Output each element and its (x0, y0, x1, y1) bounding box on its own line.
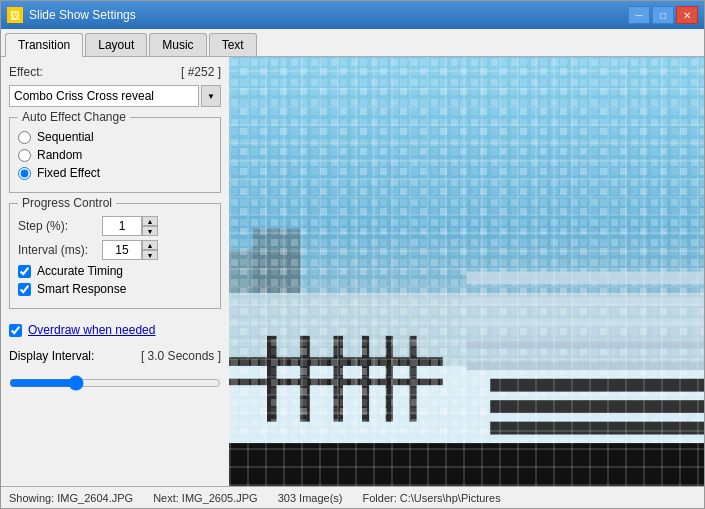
overdraw-label[interactable]: Overdraw when needed (28, 323, 155, 337)
effect-dropdown[interactable]: Combo Criss Cross reveal (9, 85, 199, 107)
random-label: Random (37, 148, 82, 162)
tabs-row: Transition Layout Music Text (1, 29, 704, 57)
preview-panel (229, 57, 704, 486)
preview-criss-cross-overlay (229, 57, 704, 486)
radio-sequential[interactable] (18, 131, 31, 144)
fixed-effect-label: Fixed Effect (37, 166, 100, 180)
display-interval-label: Display Interval: (9, 349, 94, 363)
overdraw-checkbox[interactable] (9, 324, 22, 337)
effect-dropdown-row: Combo Criss Cross reveal ▼ (9, 85, 221, 107)
left-panel: Effect: [ #252 ] Combo Criss Cross revea… (1, 57, 229, 486)
tab-transition[interactable]: Transition (5, 33, 83, 57)
overdraw-row: Overdraw when needed (9, 323, 221, 337)
display-interval-slider[interactable] (9, 375, 221, 391)
display-interval-value: [ 3.0 Seconds ] (141, 349, 221, 363)
maximize-button[interactable]: □ (652, 6, 674, 24)
dropdown-arrow-icon[interactable]: ▼ (201, 85, 221, 107)
step-down-button[interactable]: ▼ (142, 226, 158, 236)
minimize-button[interactable]: ─ (628, 6, 650, 24)
auto-effect-group: Auto Effect Change Sequential Random Fix… (9, 117, 221, 193)
close-button[interactable]: ✕ (676, 6, 698, 24)
interval-spinner-buttons: ▲ ▼ (142, 240, 158, 260)
step-input[interactable]: 1 (102, 216, 142, 236)
display-interval-row: Display Interval: [ 3.0 Seconds ] (9, 349, 221, 363)
window-title: Slide Show Settings (29, 8, 622, 22)
step-label: Step (%): (18, 219, 98, 233)
accurate-timing-checkbox[interactable] (18, 265, 31, 278)
slider-row (9, 375, 221, 394)
step-row: Step (%): 1 ▲ ▼ (18, 216, 212, 236)
main-window: 🖼 Slide Show Settings ─ □ ✕ Transition L… (0, 0, 705, 509)
content-area: Effect: [ #252 ] Combo Criss Cross revea… (1, 57, 704, 486)
step-spinner: 1 ▲ ▼ (102, 216, 158, 236)
status-folder: Folder: C:\Users\hp\Pictures (362, 492, 500, 504)
interval-down-button[interactable]: ▼ (142, 250, 158, 260)
radio-fixed-effect[interactable] (18, 167, 31, 180)
interval-input[interactable]: 15 (102, 240, 142, 260)
interval-row: Interval (ms): 15 ▲ ▼ (18, 240, 212, 260)
radio-sequential-row: Sequential (18, 130, 212, 144)
radio-fixed-row: Fixed Effect (18, 166, 212, 180)
smart-response-checkbox[interactable] (18, 283, 31, 296)
app-icon: 🖼 (7, 7, 23, 23)
sequential-label: Sequential (37, 130, 94, 144)
step-spinner-buttons: ▲ ▼ (142, 216, 158, 236)
effect-label: Effect: (9, 65, 43, 79)
smart-response-row: Smart Response (18, 282, 212, 296)
tab-music[interactable]: Music (149, 33, 206, 56)
effect-row: Effect: [ #252 ] (9, 65, 221, 79)
interval-label: Interval (ms): (18, 243, 98, 257)
tab-layout[interactable]: Layout (85, 33, 147, 56)
tab-text[interactable]: Text (209, 33, 257, 56)
titlebar: 🖼 Slide Show Settings ─ □ ✕ (1, 1, 704, 29)
accurate-timing-row: Accurate Timing (18, 264, 212, 278)
radio-random-row: Random (18, 148, 212, 162)
auto-effect-label: Auto Effect Change (18, 110, 130, 124)
progress-control-group: Progress Control Step (%): 1 ▲ ▼ Interva… (9, 203, 221, 309)
smart-response-label: Smart Response (37, 282, 126, 296)
status-next: Next: IMG_2605.JPG (153, 492, 258, 504)
step-up-button[interactable]: ▲ (142, 216, 158, 226)
effect-number: [ #252 ] (181, 65, 221, 79)
progress-control-label: Progress Control (18, 196, 116, 210)
status-count: 303 Image(s) (278, 492, 343, 504)
interval-up-button[interactable]: ▲ (142, 240, 158, 250)
titlebar-controls: ─ □ ✕ (628, 6, 698, 24)
interval-spinner: 15 ▲ ▼ (102, 240, 158, 260)
status-showing: Showing: IMG_2604.JPG (9, 492, 133, 504)
preview-background (229, 57, 704, 486)
statusbar: Showing: IMG_2604.JPG Next: IMG_2605.JPG… (1, 486, 704, 508)
radio-random[interactable] (18, 149, 31, 162)
accurate-timing-label: Accurate Timing (37, 264, 123, 278)
